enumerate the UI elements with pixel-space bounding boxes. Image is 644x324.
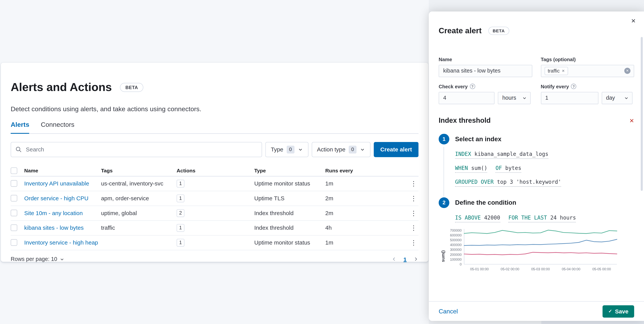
search-icon	[15, 146, 22, 153]
row-checkbox[interactable]	[10, 210, 17, 216]
svg-text:05-02 00:00: 05-02 00:00	[501, 267, 520, 271]
tab-bar: Alerts Connectors	[10, 121, 418, 134]
grouped-over-expression-button[interactable]: GROUPED OVERtop 3 'host.keyword'	[455, 179, 561, 187]
previous-page-icon[interactable]	[392, 257, 397, 262]
step-define-condition: 2 Define the condition IS ABOVE42000 FOR…	[439, 197, 634, 277]
when-expression-button[interactable]: WHENsum()	[455, 165, 487, 173]
notify-every-value-input[interactable]	[541, 92, 598, 104]
check-every-unit-value: hours	[502, 95, 516, 101]
cancel-button[interactable]: Cancel	[439, 308, 458, 315]
flyout-scrollbar[interactable]	[641, 37, 643, 191]
name-label: Name	[439, 56, 532, 62]
row-actions-menu-icon[interactable]: ⋮	[409, 209, 418, 217]
row-type: Uptime TLS	[254, 195, 325, 201]
row-runs-every: 4h	[325, 225, 395, 231]
svg-text:200000: 200000	[450, 253, 462, 257]
actions-count-badge: 1	[176, 239, 184, 247]
of-expression-button[interactable]: OFbytes	[496, 165, 521, 173]
next-page-icon[interactable]	[413, 257, 418, 262]
flyout-title: Create alert	[439, 26, 482, 35]
page-number[interactable]: 1	[404, 256, 407, 263]
action-type-filter-count: 0	[349, 145, 357, 153]
name-input[interactable]	[439, 65, 532, 77]
search-field[interactable]	[10, 142, 262, 157]
close-icon[interactable]: ✕	[631, 18, 636, 24]
rows-per-page-selector[interactable]: Rows per page: 10	[10, 256, 64, 262]
svg-text:05-03 00:00: 05-03 00:00	[531, 267, 550, 271]
alert-name-link[interactable]: Site 10m - any location	[24, 210, 101, 216]
actions-count-badge: 2	[176, 209, 184, 217]
tab-alerts[interactable]: Alerts	[10, 121, 29, 134]
actions-count-badge: 1	[176, 180, 184, 187]
info-icon[interactable]: ?	[470, 84, 475, 89]
chevron-down-icon	[522, 95, 527, 100]
notify-every-unit-select[interactable]: day	[602, 92, 632, 104]
row-actions-menu-icon[interactable]: ⋮	[409, 239, 418, 247]
threshold-expression-button[interactable]: IS ABOVE42000	[455, 214, 500, 222]
column-header-type: Type	[254, 168, 325, 173]
table-row: kibana sites - low bytes traffic 1 Index…	[10, 221, 418, 235]
tags-label: Tags (optional)	[541, 56, 634, 62]
chart-y-axis-title: sum()	[440, 242, 445, 262]
rows-per-page-label: Rows per page: 10	[10, 256, 57, 262]
row-checkbox[interactable]	[10, 225, 17, 231]
check-every-value-input[interactable]	[439, 92, 494, 104]
select-all-checkbox[interactable]	[10, 167, 17, 174]
table-header-row: Name Tags Actions Type Runs every	[10, 165, 418, 176]
row-tags: uptime, global	[101, 210, 176, 216]
row-checkbox[interactable]	[10, 195, 17, 201]
row-runs-every: 2m	[325, 210, 395, 216]
row-tags: traffic	[101, 225, 176, 231]
tag-pill-label: traffic	[548, 68, 560, 74]
step-number: 2	[439, 197, 449, 208]
beta-badge: BETA	[120, 83, 143, 92]
index-expression-button[interactable]: INDEXkibana_sample_data_logs	[455, 151, 548, 159]
check-every-unit-select[interactable]: hours	[498, 92, 531, 104]
tags-combobox[interactable]: traffic ✕ ✕	[541, 65, 634, 77]
row-actions-menu-icon[interactable]: ⋮	[409, 194, 418, 202]
alert-name-link[interactable]: Inventory service - high heap	[24, 239, 101, 246]
alert-name-link[interactable]: Inventory API unavailable	[24, 180, 101, 187]
alert-name-link[interactable]: Order service - high CPU	[24, 195, 101, 201]
save-button[interactable]: ✓ Save	[602, 305, 634, 318]
type-filter-button[interactable]: Type 0	[266, 142, 308, 157]
info-icon[interactable]: ?	[571, 84, 576, 89]
time-window-expression-button[interactable]: FOR THE LAST24 hours	[508, 214, 576, 222]
page-header: Alerts and Actions BETA	[10, 72, 418, 102]
alert-name-link[interactable]: kibana sites - low bytes	[24, 225, 101, 231]
row-checkbox[interactable]	[10, 180, 17, 187]
row-type: Index threshold	[254, 225, 325, 231]
row-actions-menu-icon[interactable]: ⋮	[409, 180, 418, 187]
svg-text:300000: 300000	[450, 248, 462, 252]
tab-connectors[interactable]: Connectors	[41, 121, 74, 133]
alert-type-title: Index threshold	[439, 116, 491, 125]
condition-chart: sum() 0100000200000300000400000500000600…	[440, 226, 634, 277]
row-checkbox[interactable]	[10, 239, 17, 246]
remove-alert-type-icon[interactable]: ✕	[629, 117, 634, 124]
row-type: Index threshold	[254, 210, 325, 216]
table-footer: Rows per page: 10 1	[10, 256, 418, 263]
flyout-footer: Cancel ✓ Save	[429, 301, 644, 321]
row-runs-every: 2m	[325, 195, 395, 201]
create-alert-flyout: ✕ Create alert BETA Name Tags (optional)…	[429, 11, 644, 321]
table-row: Inventory service - high heap 1 Uptime m…	[10, 235, 418, 250]
search-input[interactable]	[25, 146, 258, 153]
svg-text:05-04 00:00: 05-04 00:00	[562, 267, 580, 271]
beta-badge: BETA	[488, 26, 510, 35]
page-title: Alerts and Actions	[10, 80, 112, 94]
tag-remove-icon[interactable]: ✕	[562, 69, 565, 73]
chevron-down-icon	[360, 147, 365, 152]
step-number: 1	[439, 134, 449, 144]
alert-form: Name Tags (optional) traffic ✕ ✕ Check e…	[439, 56, 634, 104]
table-row: Order service - high CPU apm, order-serv…	[10, 191, 418, 206]
clear-tags-icon[interactable]: ✕	[624, 68, 630, 74]
step-title: Define the condition	[455, 197, 634, 208]
row-actions-menu-icon[interactable]: ⋮	[409, 224, 418, 232]
row-tags: us-central, inventory-svc	[101, 180, 176, 187]
pagination: 1	[392, 256, 418, 263]
action-type-filter-button[interactable]: Action type 0	[312, 142, 370, 157]
svg-text:05-01 00:00: 05-01 00:00	[470, 267, 489, 271]
tag-pill[interactable]: traffic ✕	[544, 67, 568, 75]
create-alert-button[interactable]: Create alert	[374, 142, 419, 157]
svg-text:600000: 600000	[450, 233, 462, 237]
